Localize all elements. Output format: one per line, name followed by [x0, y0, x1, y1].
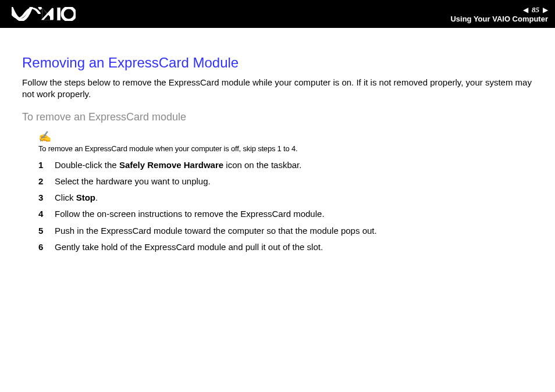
step-number: 1 [38, 159, 55, 171]
page-title: Removing an ExpressCard Module [22, 55, 533, 71]
list-item: 6 Gently take hold of the ExpressCard mo… [22, 241, 533, 253]
step-text: Follow the on-screen instructions to rem… [55, 208, 533, 220]
step-text: Double-click the Safely Remove Hardware … [55, 159, 533, 171]
subheading: To remove an ExpressCard module [22, 111, 533, 123]
step-text: Click Stop. [55, 192, 533, 204]
next-page-icon[interactable]: ▶ [543, 6, 548, 13]
step-number: 6 [38, 241, 55, 253]
list-item: 2 Select the hardware you want to unplug… [22, 176, 533, 187]
intro-paragraph: Follow the steps below to remove the Exp… [22, 77, 533, 101]
svg-rect-1 [57, 8, 61, 20]
page-content: Removing an ExpressCard Module Follow th… [0, 28, 555, 269]
list-item: 5 Push in the ExpressCard module toward … [22, 225, 533, 237]
step-number: 3 [38, 192, 55, 204]
step-text: Push in the ExpressCard module toward th… [55, 225, 533, 237]
step-text: Select the hardware you want to unplug. [55, 176, 533, 187]
step-number: 4 [38, 208, 55, 220]
steps-list: 1 Double-click the Safely Remove Hardwar… [22, 159, 533, 254]
step-number: 2 [38, 176, 55, 187]
note-text: To remove an ExpressCard module when you… [38, 144, 297, 153]
step-text: Gently take hold of the ExpressCard modu… [55, 241, 533, 253]
header-right: ◀ 85 ▶ Using Your VAIO Computer [450, 5, 548, 23]
page-number: 85 [532, 5, 539, 15]
list-item: 3 Click Stop. [22, 192, 533, 204]
svg-point-2 [62, 8, 75, 20]
note-block: ✍ To remove an ExpressCard module when y… [38, 131, 533, 154]
list-item: 1 Double-click the Safely Remove Hardwar… [22, 159, 533, 171]
prev-page-icon[interactable]: ◀ [523, 6, 528, 13]
section-label: Using Your VAIO Computer [450, 15, 548, 23]
step-number: 5 [38, 225, 55, 237]
vaio-logo [12, 7, 76, 21]
note-icon: ✍ [38, 131, 533, 142]
page-nav: ◀ 85 ▶ [523, 5, 548, 15]
header-bar: ◀ 85 ▶ Using Your VAIO Computer [0, 0, 555, 28]
list-item: 4 Follow the on-screen instructions to r… [22, 208, 533, 220]
